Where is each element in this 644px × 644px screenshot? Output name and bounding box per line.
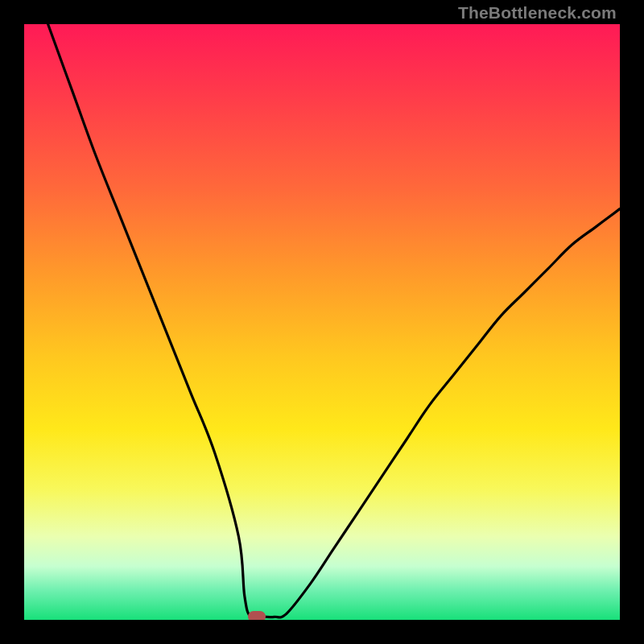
watermark-text: TheBottleneck.com	[458, 3, 617, 23]
optimum-marker	[248, 611, 266, 620]
plot-area	[24, 24, 620, 620]
chart-frame: TheBottleneck.com	[0, 0, 644, 644]
bottleneck-curve	[24, 24, 620, 620]
